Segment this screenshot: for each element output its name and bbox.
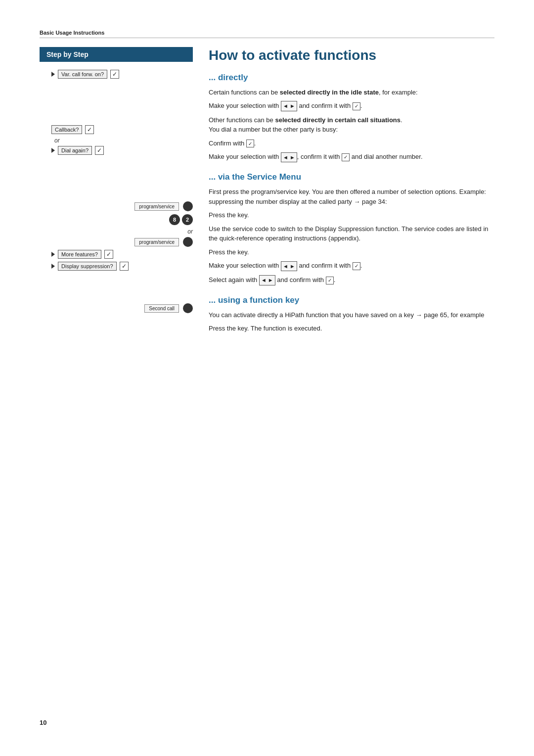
second-call-circle[interactable] bbox=[183, 303, 193, 313]
arrow-icon-4 bbox=[51, 264, 55, 269]
display-suppression-row: Display suppression? ✓ bbox=[51, 262, 193, 271]
body-p2: Make your selection with ◄ ► and confirm… bbox=[209, 101, 494, 111]
check-inline-1: ✓ bbox=[353, 102, 360, 110]
fk-p1: You can activate directly a HiPath funct… bbox=[209, 310, 494, 320]
nav-arrows-2: ◄ ► bbox=[281, 152, 297, 163]
check-inline-5: ✓ bbox=[326, 277, 334, 284]
sm-p1: First press the program/service key. You… bbox=[209, 187, 494, 206]
sm-p6: Select again with ◄ ► and confirm with ✓… bbox=[209, 275, 494, 285]
circle-key-2[interactable] bbox=[183, 237, 193, 247]
right-column: How to activate functions ... directly C… bbox=[209, 47, 494, 343]
left-column: Step by Step Var. call forw. on? ✓ Callb… bbox=[40, 47, 193, 316]
body-p3: Other functions can be selected directly… bbox=[209, 115, 494, 135]
section-title-function-key: ... using a function key bbox=[209, 295, 494, 305]
callback-row: Callback? ✓ bbox=[51, 125, 193, 134]
second-call-key[interactable]: Second call bbox=[144, 304, 179, 313]
main-layout: Step by Step Var. call forw. on? ✓ Callb… bbox=[40, 47, 494, 343]
digit-key-2[interactable]: 2 bbox=[182, 214, 193, 225]
dial-again-button[interactable]: Dial again? bbox=[58, 146, 92, 155]
more-features-row: More features? ✓ bbox=[51, 250, 193, 259]
nav-arrows-3: ◄ ► bbox=[281, 261, 297, 272]
var-call-check[interactable]: ✓ bbox=[110, 70, 119, 79]
dial-again-check[interactable]: ✓ bbox=[95, 146, 104, 155]
page-number: 10 bbox=[40, 719, 46, 726]
section-directly: ... directly Certain functions can be se… bbox=[209, 73, 494, 163]
sm-p3: Use the service code to switch to the Di… bbox=[209, 224, 494, 243]
nav-arrows-1: ◄ ► bbox=[281, 101, 297, 111]
var-call-section: Var. call forw. on? ✓ bbox=[40, 70, 193, 79]
program-service-row-1: program/service bbox=[40, 201, 193, 211]
sm-p4: Press the key. bbox=[209, 247, 494, 257]
digit-key-8[interactable]: 8 bbox=[169, 214, 180, 225]
more-features-button[interactable]: More features? bbox=[58, 250, 101, 259]
callback-button[interactable]: Callback? bbox=[51, 125, 82, 134]
section-service-menu: ... via the Service Menu First press the… bbox=[209, 172, 494, 285]
program-service-key-1[interactable]: program/service bbox=[134, 202, 179, 211]
or-label-1: or bbox=[54, 137, 193, 144]
body-p5: Confirm with ✓. bbox=[209, 139, 494, 148]
digit-keys-row: 8 2 bbox=[40, 214, 193, 225]
body-p6: Make your selection with ◄ ►, confirm it… bbox=[209, 152, 494, 162]
section-function-key: ... using a function key You can activat… bbox=[209, 295, 494, 333]
section-title-directly: ... directly bbox=[209, 73, 494, 83]
main-title: How to activate functions bbox=[209, 47, 494, 64]
fk-p2: Press the key. The function is executed. bbox=[209, 324, 494, 333]
page-header: Basic Usage Instructions bbox=[40, 30, 494, 38]
body-p1: Certain functions can be selected direct… bbox=[209, 88, 494, 97]
var-call-button[interactable]: Var. call forw. on? bbox=[58, 70, 107, 79]
sm-p2: Press the key. bbox=[209, 210, 494, 220]
display-suppression-check[interactable]: ✓ bbox=[120, 262, 129, 271]
step-by-step-header: Step by Step bbox=[40, 47, 193, 62]
nav-arrows-4: ◄ ► bbox=[259, 275, 275, 285]
dial-again-row: Dial again? ✓ bbox=[51, 146, 193, 155]
callback-section: Callback? ✓ or Dial again? ✓ bbox=[40, 125, 193, 155]
second-call-row: Second call bbox=[40, 303, 193, 313]
more-features-check[interactable]: ✓ bbox=[104, 250, 113, 259]
arrow-icon-2 bbox=[51, 148, 55, 153]
display-suppression-button[interactable]: Display suppression? bbox=[58, 262, 117, 271]
check-inline-2: ✓ bbox=[246, 140, 254, 147]
circle-key-1[interactable] bbox=[183, 201, 193, 211]
section-title-service-menu: ... via the Service Menu bbox=[209, 172, 494, 182]
sm-p5: Make your selection with ◄ ► and confirm… bbox=[209, 261, 494, 271]
arrow-icon-3 bbox=[51, 252, 55, 257]
var-call-row: Var. call forw. on? ✓ bbox=[51, 70, 193, 79]
check-inline-4: ✓ bbox=[353, 262, 360, 270]
program-service-key-2[interactable]: program/service bbox=[134, 238, 179, 246]
program-service-row-2: program/service bbox=[40, 237, 193, 247]
arrow-icon bbox=[51, 72, 55, 77]
callback-check[interactable]: ✓ bbox=[85, 125, 94, 134]
or-label-2: or bbox=[40, 228, 193, 235]
check-inline-3: ✓ bbox=[342, 153, 350, 161]
